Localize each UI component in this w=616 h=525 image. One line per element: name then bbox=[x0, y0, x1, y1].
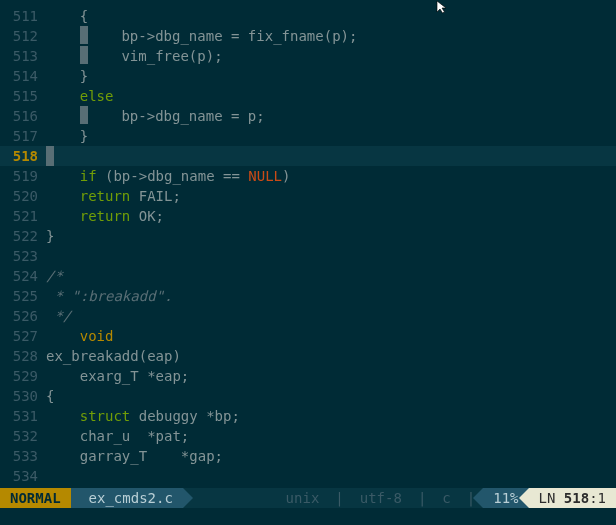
code-line[interactable]: void bbox=[46, 326, 616, 346]
line-number: 529 bbox=[0, 366, 46, 386]
code-line[interactable]: if (bp->dbg_name == NULL) bbox=[46, 166, 616, 186]
code-line[interactable]: bp->dbg_name = p; bbox=[46, 106, 616, 126]
code-line[interactable]: { bbox=[46, 6, 616, 26]
line-number: 511 bbox=[0, 6, 46, 26]
line-number: 534 bbox=[0, 466, 46, 486]
line-number-gutter: 5115125135145155165175185195205215225235… bbox=[0, 0, 46, 488]
code-line[interactable]: else bbox=[46, 86, 616, 106]
code-line[interactable]: { bbox=[46, 386, 616, 406]
line-number: 526 bbox=[0, 306, 46, 326]
code-line[interactable]: } bbox=[46, 126, 616, 146]
file-type: c bbox=[434, 488, 458, 508]
file-encoding: utf-8 bbox=[352, 488, 410, 508]
line-number: 515 bbox=[0, 86, 46, 106]
line-number: 516 bbox=[0, 106, 46, 126]
code-line[interactable]: garray_T *gap; bbox=[46, 446, 616, 466]
line-number: 528 bbox=[0, 346, 46, 366]
line-number: 525 bbox=[0, 286, 46, 306]
line-number: 533 bbox=[0, 446, 46, 466]
line-number: 522 bbox=[0, 226, 46, 246]
line-number: 530 bbox=[0, 386, 46, 406]
line-number: 523 bbox=[0, 246, 46, 266]
line-number: 517 bbox=[0, 126, 46, 146]
code-area[interactable]: 5115125135145155165175185195205215225235… bbox=[0, 0, 616, 488]
line-number: 519 bbox=[0, 166, 46, 186]
line-number: 527 bbox=[0, 326, 46, 346]
cursor-position: LN 518:1 bbox=[529, 488, 616, 508]
code-line[interactable]: */ bbox=[46, 306, 616, 326]
code-line[interactable]: } bbox=[46, 66, 616, 86]
code-line[interactable]: return OK; bbox=[46, 206, 616, 226]
filename-segment: ex_cmds2.c bbox=[71, 488, 183, 508]
code-line[interactable] bbox=[46, 246, 616, 266]
line-number: 531 bbox=[0, 406, 46, 426]
editor-window: 5115125135145155165175185195205215225235… bbox=[0, 0, 616, 525]
code-content[interactable]: { bp->dbg_name = fix_fname(p); vim_free(… bbox=[46, 0, 616, 488]
code-line[interactable]: return FAIL; bbox=[46, 186, 616, 206]
code-line[interactable] bbox=[46, 466, 616, 486]
code-line[interactable]: vim_free(p); bbox=[46, 46, 616, 66]
status-line: NORMAL ex_cmds2.c unix | utf-8 | c | 11%… bbox=[0, 488, 616, 508]
code-line[interactable]: ex_breakadd(eap) bbox=[46, 346, 616, 366]
file-format: unix bbox=[278, 488, 328, 508]
code-line[interactable]: /* bbox=[46, 266, 616, 286]
line-number: 518 bbox=[0, 146, 46, 166]
line-number: 524 bbox=[0, 266, 46, 286]
line-number: 512 bbox=[0, 26, 46, 46]
code-line[interactable]: struct debuggy *bp; bbox=[46, 406, 616, 426]
code-line[interactable] bbox=[46, 146, 616, 166]
command-line-area[interactable] bbox=[0, 508, 616, 525]
line-number: 532 bbox=[0, 426, 46, 446]
code-line[interactable]: } bbox=[46, 226, 616, 246]
line-number: 513 bbox=[0, 46, 46, 66]
code-line[interactable]: * ":breakadd". bbox=[46, 286, 616, 306]
line-number: 520 bbox=[0, 186, 46, 206]
line-number: 514 bbox=[0, 66, 46, 86]
code-line[interactable]: exarg_T *eap; bbox=[46, 366, 616, 386]
code-line[interactable]: bp->dbg_name = fix_fname(p); bbox=[46, 26, 616, 46]
mode-indicator: NORMAL bbox=[0, 488, 71, 508]
line-number: 521 bbox=[0, 206, 46, 226]
status-spacer bbox=[183, 488, 278, 508]
code-line[interactable]: char_u *pat; bbox=[46, 426, 616, 446]
